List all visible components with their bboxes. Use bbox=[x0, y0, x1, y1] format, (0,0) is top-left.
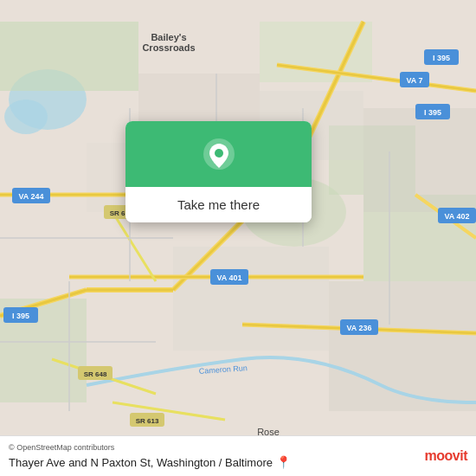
svg-text:VA 236: VA 236 bbox=[346, 324, 371, 332]
svg-text:Bailey's: Bailey's bbox=[151, 32, 186, 42]
copyright-text: © OpenStreetMap contributors bbox=[9, 443, 291, 452]
take-me-there-button[interactable]: Take me there bbox=[125, 187, 312, 222]
tooltip-header bbox=[125, 121, 312, 187]
svg-point-70 bbox=[215, 149, 223, 158]
moovit-logo: moovit bbox=[425, 448, 467, 464]
location-text: Thayer Ave and N Paxton St, Washington /… bbox=[9, 456, 273, 469]
moovit-text: moovit bbox=[425, 448, 467, 464]
svg-text:I 395: I 395 bbox=[424, 108, 441, 117]
svg-rect-3 bbox=[0, 22, 138, 91]
svg-text:VA 244: VA 244 bbox=[18, 192, 43, 201]
pin-emoji: 📍 bbox=[276, 455, 291, 469]
svg-text:VA 7: VA 7 bbox=[406, 76, 422, 85]
bottom-left-info: © OpenStreetMap contributors Thayer Ave … bbox=[9, 443, 291, 469]
svg-text:I 395: I 395 bbox=[433, 54, 450, 62]
svg-text:SR 613: SR 613 bbox=[136, 417, 159, 425]
map-background: Bailey's Crossroads VA 7 I 395 I 395 VA … bbox=[0, 0, 476, 476]
tooltip-card: Take me there bbox=[125, 121, 312, 222]
svg-text:I 395: I 395 bbox=[12, 312, 29, 320]
svg-text:SR 648: SR 648 bbox=[84, 370, 107, 378]
svg-point-2 bbox=[4, 100, 48, 134]
svg-text:Crossroads: Crossroads bbox=[142, 42, 195, 53]
svg-text:VA 401: VA 401 bbox=[216, 273, 241, 282]
svg-rect-13 bbox=[173, 247, 329, 351]
location-pin-icon bbox=[202, 137, 236, 171]
svg-text:VA 402: VA 402 bbox=[444, 212, 469, 221]
svg-rect-14 bbox=[329, 281, 476, 411]
map-container: Bailey's Crossroads VA 7 I 395 I 395 VA … bbox=[0, 0, 476, 476]
bottom-bar: © OpenStreetMap contributors Thayer Ave … bbox=[0, 435, 476, 476]
